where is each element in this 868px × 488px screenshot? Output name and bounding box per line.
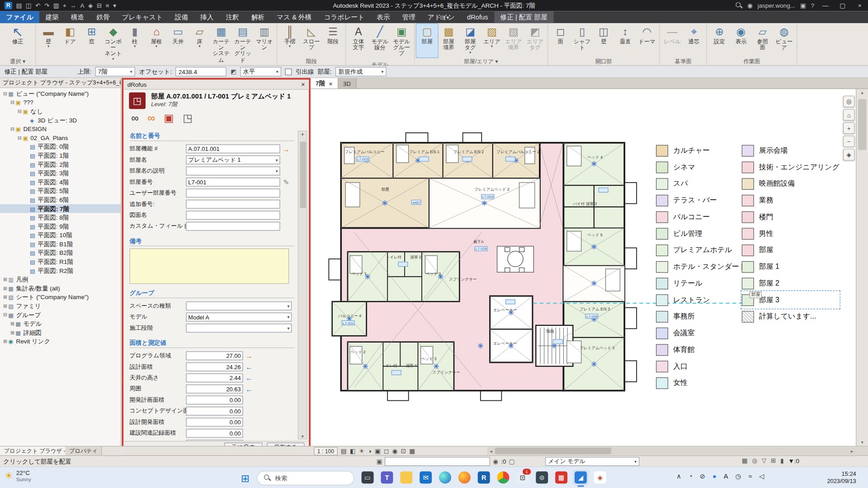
scroll-down-icon[interactable]: ▾ — [856, 439, 868, 446]
view-control-icon[interactable]: ▤ — [341, 447, 347, 455]
tray-icon[interactable]: A — [724, 473, 728, 480]
legend-item[interactable]: 会議室 — [656, 325, 746, 342]
taskbar-app-icon[interactable]: ◢ — [573, 470, 588, 485]
ribbon-button[interactable]: ↖修正 — [2, 24, 34, 58]
tree-expander-icon[interactable]: ⊟ — [2, 312, 8, 318]
ribbon-button[interactable]: ▥マリオン — [254, 24, 275, 67]
legend-item[interactable]: 部屋 — [742, 242, 840, 258]
legend-item[interactable]: 業務 — [742, 192, 840, 209]
view-control-icon[interactable]: ☀ — [359, 447, 364, 455]
dock-tab-project-browser[interactable]: プロジェクト ブラウザ -... — [0, 446, 75, 455]
drofus-scroll-thumb[interactable] — [300, 141, 306, 208]
tree-item[interactable]: ▤ 平面図: R2階 — [0, 266, 121, 275]
tree-item[interactable]: ▤ 平面図: 3階 — [0, 169, 121, 178]
taskbar-app-icon[interactable]: ◈ — [592, 470, 608, 485]
link-status-icon[interactable]: ▢ — [509, 458, 515, 465]
field-input[interactable] — [186, 211, 280, 220]
project-browser-title[interactable]: プロジェクト ブラウザ - ステップ3+4+5+6_複合... — [0, 78, 121, 88]
tray-icon[interactable]: ● — [712, 473, 717, 480]
tree-item[interactable]: ▤ 平面図: B2階 — [0, 249, 121, 258]
legend-item[interactable]: 部屋 1 — [742, 258, 840, 275]
legend-item[interactable]: 展示会場 — [742, 142, 840, 159]
drofus-tool-icon[interactable]: ∞ — [131, 113, 139, 125]
tree-expander-icon[interactable]: ⊞ — [2, 338, 8, 344]
sync-arrow-icon[interactable]: → — [280, 145, 292, 153]
field-input[interactable]: 0.00 — [186, 396, 243, 405]
signed-in-user[interactable]: jasper.wong... — [758, 2, 795, 9]
field-input[interactable]: 2.44 — [186, 374, 243, 383]
legend-item[interactable]: 男性 — [742, 225, 840, 242]
quick-access-icon[interactable]: ▤ — [16, 0, 22, 11]
taskbar-app-icon[interactable] — [457, 470, 472, 485]
scroll-thumb[interactable] — [858, 99, 866, 150]
ribbon-button[interactable]: ╱モデル 線分 — [369, 24, 391, 61]
quick-access-icon[interactable]: ◫ — [26, 0, 32, 11]
design-option-combobox[interactable]: メイン モデル▾ — [545, 457, 639, 466]
legend-item[interactable]: 入口 — [656, 358, 746, 375]
tree-expander-icon[interactable]: ⊞ — [2, 277, 8, 282]
field-select[interactable]: ▾ — [186, 324, 292, 333]
quick-access-icon[interactable]: ▾ — [113, 0, 116, 11]
close-button[interactable]: × — [854, 0, 866, 11]
drofus-tool-icon[interactable]: ▣ — [164, 113, 174, 125]
worksets-icon[interactable]: ▣ — [377, 458, 382, 465]
sync-arrow-icon[interactable]: ← — [243, 363, 255, 371]
ribbon-button[interactable]: ▭天井 — [167, 24, 189, 67]
legend-item[interactable]: シネマ — [656, 159, 746, 175]
ribbon-button[interactable]: ⊞窓 — [81, 24, 103, 67]
ribbon-button[interactable]: ▣モデル グループ — [391, 24, 412, 61]
view-tab-3d[interactable]: 3D — [338, 78, 356, 89]
tree-item[interactable]: ▤ 平面図: 1階 — [0, 151, 121, 160]
ribbon-button[interactable]: ▯シャフト — [571, 24, 593, 58]
legend-item[interactable]: プレミアムホテル — [656, 242, 746, 258]
search-icon[interactable] — [736, 2, 742, 9]
ribbon-tab[interactable]: コラボレート — [318, 11, 371, 23]
sync-arrow-icon[interactable]: ← — [243, 385, 255, 393]
tree-item[interactable]: ◈ 3D ビュー: 3D — [0, 116, 121, 125]
field-input[interactable] — [186, 200, 280, 209]
taskbar-app-icon[interactable] — [399, 470, 414, 485]
tree-item[interactable]: ⊟ ▣ ??? — [0, 98, 121, 107]
ribbon-button[interactable]: ⌖通芯 — [683, 24, 705, 58]
tree-expander-icon[interactable]: ⊞ — [2, 286, 8, 291]
ribbon-button[interactable]: ◩エリア タグ — [524, 24, 546, 58]
legend-item[interactable]: 女性 — [656, 375, 746, 391]
drag-on-selection-icon[interactable]: ▮ — [780, 457, 783, 464]
ribbon-button[interactable]: ◉表示 — [730, 24, 752, 58]
tree-item[interactable]: ⊞ ◉ Revit リンク — [0, 337, 121, 346]
ribbon-button[interactable]: ▬壁▾ — [38, 24, 59, 67]
legend-item[interactable]: バルコニー — [656, 209, 746, 225]
view-tab-7f[interactable]: 7階 × — [311, 78, 338, 89]
quick-access-icon[interactable]: ⌖ — [63, 0, 66, 11]
ribbon-button[interactable]: ◧ドア — [59, 24, 81, 67]
scroll-up-icon[interactable]: ▴ — [856, 89, 868, 96]
scroll-up-icon[interactable]: ▴ — [302, 131, 304, 136]
tree-item[interactable]: ⊞ ▨ ファミリ — [0, 301, 121, 310]
tree-expander-icon[interactable]: ⊞ — [9, 321, 15, 326]
tree-expander-icon[interactable]: ⊟ — [9, 126, 15, 131]
ribbon-button[interactable]: ◻面 — [550, 24, 571, 58]
ribbon-tab[interactable]: 構造 — [65, 11, 90, 23]
tree-item[interactable]: ⊞ ▩ モデル — [0, 319, 121, 328]
field-input[interactable]: 0.00 — [186, 418, 243, 427]
tree-expander-icon[interactable]: ⊟ — [9, 99, 15, 105]
taskbar-app-icon[interactable]: ▭ — [360, 470, 375, 485]
ribbon-button[interactable]: ⌂屋根▾ — [146, 24, 167, 67]
tree-item[interactable]: ⊟ ▦ ビュー ("Company Name") — [0, 89, 121, 98]
ribbon-tab[interactable]: 建築 — [39, 11, 65, 23]
ribbon-button[interactable]: ↕垂直 — [614, 24, 636, 58]
ribbon-button[interactable]: ▤カーテン グリッド — [232, 24, 254, 67]
field-input[interactable]: 27.00 — [186, 352, 243, 361]
view-control-icon[interactable]: ◑ — [368, 447, 371, 455]
sync-arrow-icon[interactable]: → — [243, 352, 255, 360]
view-control-icon[interactable]: ⊡ — [401, 447, 406, 455]
field-input[interactable] — [186, 222, 280, 231]
leader-checkbox[interactable] — [285, 68, 292, 75]
nav-button[interactable]: + — [843, 122, 855, 134]
scroll-left-icon[interactable]: ◂ — [487, 448, 495, 453]
view-control-icon[interactable]: ◻ — [384, 447, 389, 455]
ribbon-button[interactable]: ▩部屋 境界 — [438, 24, 460, 58]
help-icon[interactable]: ? — [811, 2, 815, 9]
tree-expander-icon[interactable]: ⊟ — [17, 135, 23, 141]
tree-item[interactable]: ⊞ ▩ 詳細図 — [0, 328, 121, 337]
